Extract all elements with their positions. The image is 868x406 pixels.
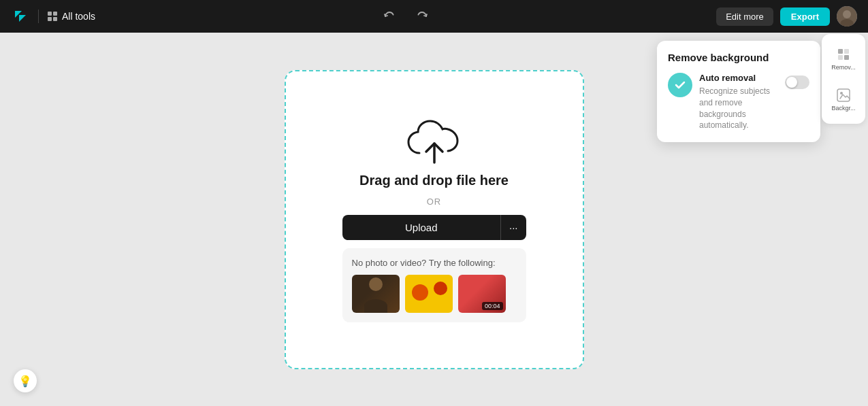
hint-icon[interactable]: 💡 <box>14 369 37 392</box>
hint-icon-symbol: 💡 <box>18 375 32 388</box>
svg-rect-8 <box>838 49 843 54</box>
undo-button[interactable] <box>379 5 400 27</box>
svg-rect-3 <box>53 17 57 21</box>
header-center <box>103 5 708 27</box>
auto-removal-toggle[interactable] <box>785 75 809 89</box>
popup-desc: Recognize subjects and remove background… <box>699 86 778 131</box>
sample-thumb-fruits[interactable] <box>405 275 453 313</box>
svg-rect-10 <box>838 55 843 60</box>
svg-rect-9 <box>844 49 849 54</box>
edit-more-button[interactable]: Edit more <box>716 7 773 26</box>
redo-button[interactable] <box>411 5 433 27</box>
popup-icon <box>668 73 692 97</box>
all-tools-button[interactable]: All tools <box>47 11 95 22</box>
popup-title: Remove background <box>668 52 809 63</box>
sample-thumb-video[interactable]: 00:04 <box>458 275 506 313</box>
sample-images: 00:04 <box>352 275 517 313</box>
popup-option-title: Auto removal <box>699 73 778 83</box>
svg-rect-11 <box>844 55 849 60</box>
export-button[interactable]: Export <box>780 7 830 26</box>
popup-content: Auto removal Recognize subjects and remo… <box>699 73 778 131</box>
sample-area: No photo or video? Try the following: 00… <box>342 248 526 322</box>
toolbar-item-remove[interactable]: Remov... <box>824 39 863 78</box>
header: All tools Edit more Export <box>0 0 868 33</box>
svg-point-5 <box>843 10 851 18</box>
upload-button[interactable]: Upload <box>342 215 500 240</box>
side-toolbar: Remov... Backgr... <box>822 34 865 124</box>
or-text: OR <box>427 197 442 207</box>
all-tools-label: All tools <box>62 11 95 22</box>
sample-thumb-person[interactable] <box>352 275 400 313</box>
remove-bg-popup: Remove background Auto removal Recognize… <box>657 41 820 142</box>
svg-rect-1 <box>53 12 57 16</box>
bottom-hint: 💡 <box>14 369 37 392</box>
header-right: Edit more Export <box>716 6 857 27</box>
drop-zone[interactable]: Drag and drop file here OR Upload ··· No… <box>285 70 584 369</box>
remove-bg-panel: Remove background Auto removal Recognize… <box>657 41 820 148</box>
logo[interactable] <box>11 7 30 26</box>
main-area: Drag and drop file here OR Upload ··· No… <box>0 33 868 406</box>
svg-rect-2 <box>48 17 52 21</box>
toolbar-item-background-label: Backgr... <box>831 105 855 112</box>
upload-row: Upload ··· <box>342 215 526 240</box>
avatar[interactable] <box>837 6 857 27</box>
svg-point-13 <box>840 92 843 95</box>
sample-label: No photo or video? Try the following: <box>352 258 517 268</box>
more-options-button[interactable]: ··· <box>500 215 526 240</box>
popup-row: Auto removal Recognize subjects and remo… <box>668 73 809 131</box>
video-duration-badge: 00:04 <box>482 302 503 310</box>
upload-cloud-icon <box>407 117 462 165</box>
header-divider <box>38 10 39 23</box>
drag-drop-text: Drag and drop file here <box>359 173 509 188</box>
toolbar-item-remove-label: Remov... <box>831 64 855 71</box>
svg-rect-0 <box>48 12 52 16</box>
toolbar-item-background[interactable]: Backgr... <box>824 80 863 118</box>
